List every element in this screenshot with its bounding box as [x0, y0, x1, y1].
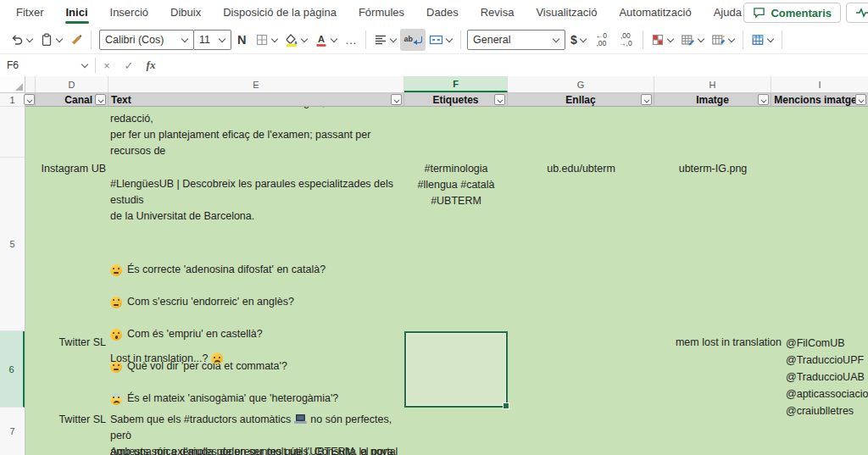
font-size-select[interactable]: 11 [194, 30, 231, 50]
format-as-table-icon [681, 33, 695, 47]
filter-button-imatge[interactable] [758, 94, 769, 105]
filter-button-etiquetes[interactable] [494, 94, 505, 105]
row-header-5[interactable]: 5 [0, 158, 25, 331]
borders-icon [255, 33, 269, 47]
filter-button-enllac[interactable] [641, 94, 652, 105]
fill-color-button[interactable] [281, 29, 311, 51]
header-cell-text[interactable]: Text [108, 93, 404, 107]
column-header-F[interactable]: F [404, 76, 508, 92]
post-intro-text: #LlengüesUB | Descobreix les paraules es… [110, 176, 404, 225]
cell-I6[interactable]: @FilComUB @TraduccioUPF @TraduccioUAB @a… [771, 331, 868, 419]
cell-H5[interactable]: ubterm-IG.png [654, 158, 771, 331]
tab-inici[interactable]: Inici [55, 0, 99, 25]
insert-table-button[interactable] [748, 29, 777, 51]
font-color-button[interactable]: A [311, 29, 341, 51]
cell-H6[interactable]: mem lost in translation [654, 331, 782, 408]
cell-styles-button[interactable] [708, 29, 738, 51]
active-cell-selection-F6[interactable] [404, 331, 508, 408]
tweet-text: Lost in translation...? [110, 352, 208, 364]
column-header-D[interactable]: D [36, 76, 108, 92]
tab-fitxer[interactable]: Fitxer [5, 0, 55, 25]
cell-E7[interactable]: Sabem que els #traductors automàticsno s… [108, 408, 404, 455]
column-header-c-sliver[interactable] [25, 76, 36, 92]
header-cell-c[interactable] [25, 93, 36, 107]
fill-handle[interactable] [503, 402, 509, 409]
name-box-value: F6 [7, 59, 19, 71]
currency-format-button[interactable]: $ [567, 29, 590, 51]
filter-button-c[interactable] [24, 94, 35, 105]
font-color-icon: A [314, 33, 328, 47]
cell-D6-text: Twitter SL [58, 336, 106, 348]
tab-automatitzacio[interactable]: Automatització [608, 0, 702, 25]
cell-D5[interactable]: Instagram UB [36, 158, 108, 331]
header-cell-enllac[interactable]: Enllaç [508, 93, 654, 107]
fill-color-icon [285, 33, 298, 47]
laptop-emoji [294, 414, 307, 424]
mentions-text: @FilComUB @TraduccioUPF @TraduccioUAB @a… [786, 337, 868, 417]
column-header-I[interactable]: I [771, 76, 868, 92]
conditional-formatting-button[interactable] [648, 29, 677, 51]
row-header-1[interactable]: 1 [0, 93, 25, 107]
cell-E4[interactable]: fins a consells i recomanacions metodolò… [108, 107, 404, 158]
header-cell-canal[interactable]: Canal [36, 93, 108, 107]
toolbar-separator [91, 31, 92, 49]
paste-button[interactable] [36, 29, 66, 51]
cell-E5[interactable]: #LlengüesUB | Descobreix les paraules es… [108, 158, 404, 331]
decrease-decimal-button[interactable]: ,00→,0 [613, 29, 638, 51]
column-header-H[interactable]: H [654, 76, 771, 92]
number-format-select[interactable]: General [467, 30, 565, 50]
select-all-button[interactable] [0, 76, 25, 93]
tab-dades[interactable]: Dades [415, 0, 470, 25]
cell-F5[interactable]: #terminologia #llengua #català #UBTERM [404, 158, 508, 331]
tab-formules[interactable]: Fórmules [348, 0, 415, 25]
font-name-select[interactable]: Calibri (Cos) [99, 30, 194, 50]
merge-cells-button[interactable] [426, 29, 456, 51]
formula-input[interactable] [162, 54, 868, 76]
activity-button[interactable] [846, 3, 868, 23]
name-box[interactable]: F6 [0, 54, 95, 76]
cancel-icon[interactable]: × [96, 59, 118, 72]
header-label-imatge: Imatge [696, 94, 729, 106]
increase-decimal-button[interactable]: ←0,00 [590, 29, 613, 51]
format-painter-button[interactable] [66, 29, 86, 51]
row-header-4-partial[interactable] [0, 107, 25, 158]
cell-G5[interactable]: ub.edu/ubterm [508, 158, 654, 331]
bold-button[interactable]: N [231, 29, 252, 51]
header-cell-imatge[interactable]: Imatge [654, 93, 771, 107]
tab-dibuix[interactable]: Dibuix [159, 0, 212, 25]
row-header-7[interactable]: 7 [0, 408, 25, 455]
tab-disposicio[interactable]: Disposició de la pàgina [212, 0, 348, 25]
filter-button-canal[interactable] [95, 94, 106, 105]
column-header-G[interactable]: G [508, 76, 654, 92]
toolbar-separator [460, 31, 461, 49]
filter-button-text[interactable] [391, 94, 402, 105]
align-button[interactable] [370, 29, 400, 51]
header-cell-etiquetes[interactable]: Etiquetes [404, 93, 508, 107]
borders-button[interactable] [252, 29, 281, 51]
cell-D6[interactable]: Twitter SL [36, 331, 108, 408]
format-as-table-button[interactable] [677, 29, 708, 51]
question-line: Com s'escriu 'endorreic' en anglès? [110, 294, 404, 310]
currency-icon: $ [570, 33, 577, 47]
row-header-6[interactable]: 6 [0, 331, 25, 408]
header-label-etiquetes: Etiquetes [432, 94, 478, 106]
insert-function-icon[interactable]: fx [140, 58, 162, 72]
filter-button-mencions[interactable] [855, 94, 866, 105]
hashtags-text: #terminologia #llengua #català #UBTERM [417, 163, 494, 207]
cell-E6[interactable]: Lost in translation...? [108, 331, 404, 408]
wrap-text-button[interactable]: ab [400, 29, 426, 51]
enter-check-icon[interactable]: ✓ [118, 59, 140, 72]
cell-D7[interactable]: Twitter SL [36, 408, 108, 455]
conditional-formatting-icon [651, 33, 665, 47]
column-header-E[interactable]: E [108, 76, 404, 92]
tab-insercio[interactable]: Inserció [99, 0, 160, 25]
merge-cells-icon [429, 33, 443, 47]
number-format-value: General [473, 34, 510, 46]
tab-revisa[interactable]: Revisa [470, 0, 526, 25]
header-cell-mencions[interactable]: Mencions imatge [771, 93, 868, 107]
svg-text:A: A [319, 34, 326, 44]
comments-button[interactable]: Comentaris [743, 3, 841, 23]
undo-button[interactable] [7, 29, 36, 51]
tab-visualitzacio[interactable]: Visualització [525, 0, 608, 25]
more-font-options-button[interactable]: … [341, 29, 361, 51]
